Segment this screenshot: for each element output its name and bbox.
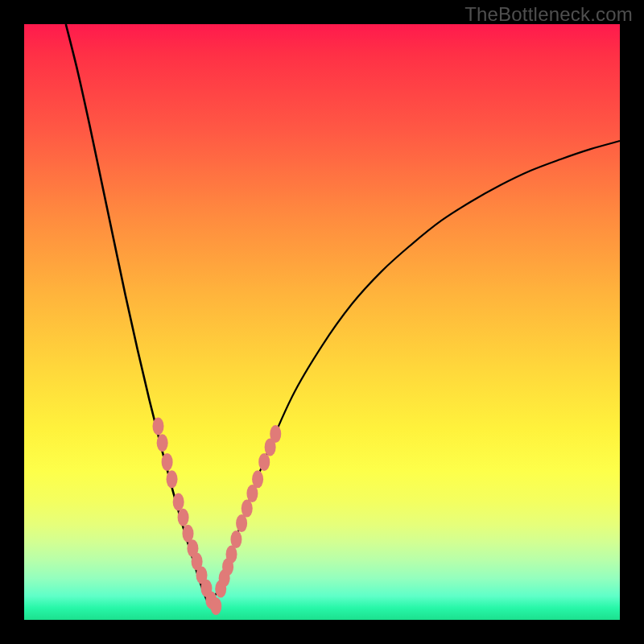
right-curve-path: [208, 141, 620, 605]
right-markers: [215, 425, 281, 597]
plot-area: [24, 24, 620, 620]
marker-dot: [178, 509, 189, 526]
marker-dot: [173, 493, 184, 510]
marker-dot: [167, 470, 178, 488]
marker-dot: [162, 453, 173, 471]
marker-dot: [236, 514, 247, 532]
marker-dot: [242, 500, 253, 518]
marker-dot: [270, 425, 281, 443]
watermark-text: TheBottleneck.com: [464, 3, 633, 26]
marker-dot: [153, 418, 164, 436]
marker-dot: [157, 434, 168, 452]
marker-dot: [258, 453, 270, 471]
chart-frame: TheBottleneck.com: [0, 0, 644, 644]
marker-dot: [230, 530, 242, 548]
marker-dot: [252, 470, 263, 488]
curve-layer: [24, 24, 620, 620]
left-markers: [153, 418, 222, 615]
marker-dot: [210, 597, 221, 615]
